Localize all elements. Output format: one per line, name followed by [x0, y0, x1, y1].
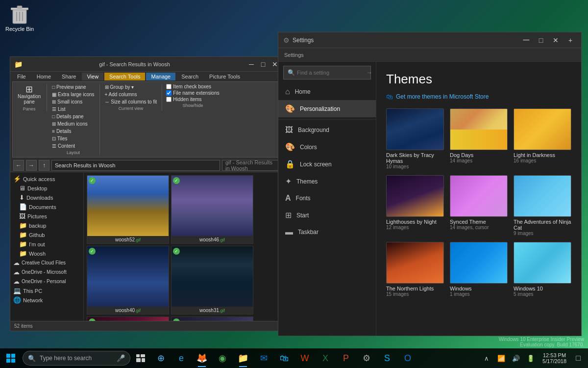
file-item-woosh33-phone[interactable]: woosh33-phonesized.gif ✓ — [87, 316, 169, 321]
settings-close-button[interactable]: ✕ — [550, 34, 562, 46]
settings-nav-start[interactable]: ⊞ Start — [278, 207, 376, 224]
ribbon-btn-preview-pane[interactable]: □ Preview pane — [51, 84, 95, 90]
ribbon-tab-home[interactable]: Home — [32, 73, 56, 80]
taskbar-app-file-explorer[interactable]: 📁 — [233, 348, 253, 368]
theme-item-dog-days[interactable]: Dog Days 14 images — [450, 108, 508, 169]
settings-nav-fonts[interactable]: A Fonts — [278, 190, 376, 207]
fe-forward-button[interactable]: → — [26, 160, 37, 171]
sidebar-item-onedrive-personal[interactable]: ☁ OneDrive - Personal — [10, 277, 83, 286]
settings-nav-themes[interactable]: ✦ Themes — [278, 173, 376, 190]
settings-search[interactable]: 🔍 → — [283, 66, 371, 79]
ribbon-check-item-hidden[interactable]: Hidden items — [166, 97, 220, 102]
ribbon-btn-small-icons[interactable]: ⊞ Small icons — [51, 99, 95, 105]
theme-item-ninja-cat[interactable]: The Adventures of Ninja Cat 9 images — [514, 175, 571, 236]
taskbar-app-outlook[interactable]: O — [398, 348, 417, 368]
sidebar-item-quick-access[interactable]: ⚡ Quick access — [10, 174, 83, 184]
ribbon-tab-file[interactable]: File — [12, 73, 31, 80]
taskbar-app-settings[interactable]: ⚙ — [357, 348, 376, 368]
theme-item-northern-lights[interactable]: The Northern Lights 15 images — [386, 242, 444, 297]
taskbar-app-ie[interactable]: e — [172, 348, 191, 368]
sidebar-item-onedrive-ms[interactable]: ☁ OneDrive - Microsoft — [10, 267, 83, 277]
fe-maximize-button[interactable]: □ — [258, 59, 268, 69]
taskbar-app-chrome[interactable]: ◉ — [213, 348, 232, 368]
file-item-woosh46[interactable]: woosh46.gif ✓ — [171, 175, 253, 244]
ribbon-btn-medium-icons[interactable]: ⊞ Medium icons — [51, 121, 95, 127]
hidden-items-checkbox[interactable] — [166, 97, 172, 102]
taskbar-app-office[interactable]: W — [295, 348, 315, 368]
file-item-woosh15-phone[interactable]: woosh15-phonesized.gif ✓ — [171, 316, 253, 321]
ms-store-link[interactable]: 🛍 Get more themes in Microsoft Store — [386, 93, 571, 101]
ribbon-tab-manage[interactable]: Manage — [146, 73, 175, 80]
settings-nav-personalization[interactable]: 🎨 Personalization — [278, 100, 376, 117]
taskbar-app-skype[interactable]: S — [377, 348, 397, 368]
tray-battery-icon[interactable]: 🔋 — [524, 348, 538, 368]
taskbar-app-powerpoint[interactable]: P — [336, 348, 356, 368]
fe-search-bar[interactable]: gif - Search Results in Woosh — [222, 160, 281, 171]
taskbar-search[interactable]: 🔍 Type here to search 🎤 — [23, 351, 130, 366]
sidebar-item-im-out[interactable]: 📁 I'm out — [10, 239, 83, 249]
sidebar-item-github[interactable]: 📁 Github — [10, 230, 83, 239]
settings-add-button[interactable]: + — [564, 34, 576, 46]
taskbar-clock[interactable]: 12:53 PM 5/17/2018 — [539, 352, 570, 364]
fe-path-bar[interactable]: Search Results in Woosh — [51, 160, 220, 171]
taskbar-notification-center[interactable]: □ — [571, 348, 585, 368]
ribbon-btn-list[interactable]: ☰ List — [51, 106, 95, 112]
ribbon-btn-tiles[interactable]: ⊡ Tiles — [51, 135, 95, 142]
theme-item-windows10[interactable]: Windows 10 5 images — [514, 242, 571, 297]
settings-maximize-button[interactable]: □ — [535, 34, 547, 46]
sidebar-item-downloads[interactable]: ⬇ Downloads — [10, 193, 83, 202]
recycle-bin[interactable]: Recycle Bin — [5, 5, 34, 32]
fe-back-button[interactable]: ← — [13, 160, 24, 171]
ribbon-tab-search-tools[interactable]: Search Tools — [104, 73, 145, 80]
theme-item-light-darkness[interactable]: Light in Darkness 16 images — [514, 108, 571, 169]
taskbar-app-firefox[interactable]: 🦊 — [192, 348, 212, 368]
ribbon-btn-add-columns[interactable]: + Add columns — [104, 91, 158, 98]
settings-minimize-button[interactable]: ─ — [520, 34, 532, 46]
file-item-woosh52[interactable]: woosh52.gif ✓ — [87, 175, 169, 244]
settings-nav-background[interactable]: 🖼 Background — [278, 122, 376, 138]
sidebar-item-creative-cloud[interactable]: ☁ Creative Cloud Files — [10, 258, 83, 267]
tray-expand-button[interactable]: ∧ — [480, 348, 493, 368]
taskbar-task-view[interactable] — [132, 348, 149, 368]
sidebar-item-this-pc[interactable]: 💻 This PC — [10, 286, 83, 295]
ribbon-tab-picture-tools[interactable]: Picture Tools — [204, 73, 245, 80]
sidebar-item-pictures[interactable]: 🖼 Pictures — [10, 211, 83, 221]
theme-item-synced[interactable]: Synced Theme 14 images, cursor — [450, 175, 508, 236]
settings-nav-home[interactable]: ⌂ Home — [278, 83, 376, 100]
ribbon-tab-search[interactable]: Search — [176, 73, 203, 80]
ribbon-btn-details[interactable]: ≡ Details — [51, 128, 95, 134]
ribbon-btn-navigation-pane[interactable]: ⊞ Navigationpane — [16, 84, 43, 105]
settings-nav-colors[interactable]: 🎨 Colors — [278, 138, 376, 156]
fe-up-button[interactable]: ↑ — [39, 160, 49, 171]
theme-item-windows[interactable]: Windows 1 images — [450, 242, 508, 297]
settings-nav-lock-screen[interactable]: 🔒 Lock screen — [278, 156, 376, 173]
tray-volume-icon[interactable]: 🔊 — [509, 348, 523, 368]
ribbon-tab-view[interactable]: View — [82, 73, 103, 80]
ribbon-check-item-extensions[interactable]: File name extensions — [166, 90, 220, 96]
ribbon-btn-content[interactable]: ☰ Content — [51, 143, 95, 149]
sidebar-item-backup[interactable]: 📁 backup — [10, 221, 83, 230]
ribbon-btn-group-by[interactable]: ⊞ Group by ▾ — [104, 84, 158, 90]
file-item-woosh31[interactable]: woosh31.gif ✓ — [171, 246, 253, 315]
settings-nav-taskbar[interactable]: ▬ Taskbar — [278, 224, 376, 240]
sidebar-item-woosh[interactable]: 📁 Woosh — [10, 249, 83, 258]
sidebar-item-desktop[interactable]: 🖥 Desktop — [10, 184, 83, 193]
ribbon-btn-details-pane[interactable]: □ Details pane — [51, 113, 95, 120]
ribbon-check-item-checks[interactable]: Item check boxes — [166, 84, 220, 89]
theme-item-dark-skies[interactable]: Dark Skies by Tracy Hymas 10 images — [386, 108, 444, 169]
file-item-woosh40[interactable]: woosh40.gif ✓ — [87, 246, 169, 315]
settings-search-input[interactable] — [297, 70, 365, 76]
file-name-extensions-checkbox[interactable] — [166, 90, 172, 96]
taskbar-start-button[interactable] — [1, 348, 21, 368]
sidebar-item-network[interactable]: 🌐 Network — [10, 295, 83, 305]
taskbar-app-store[interactable]: 🛍 — [274, 348, 294, 368]
item-check-boxes-checkbox[interactable] — [166, 84, 172, 89]
tray-network-icon[interactable]: 📶 — [494, 348, 508, 368]
fe-minimize-button[interactable]: ─ — [246, 59, 256, 69]
taskbar-app-edge[interactable]: ⊕ — [151, 348, 171, 368]
theme-item-lighthouses[interactable]: Lighthouses by Night 12 images — [386, 175, 444, 236]
sidebar-item-documents[interactable]: 📄 Documents — [10, 202, 83, 211]
ribbon-btn-size-columns[interactable]: ↔ Size all columns to fit — [104, 99, 158, 105]
taskbar-app-mail[interactable]: ✉ — [254, 348, 273, 368]
taskbar-app-excel[interactable]: X — [316, 348, 335, 368]
